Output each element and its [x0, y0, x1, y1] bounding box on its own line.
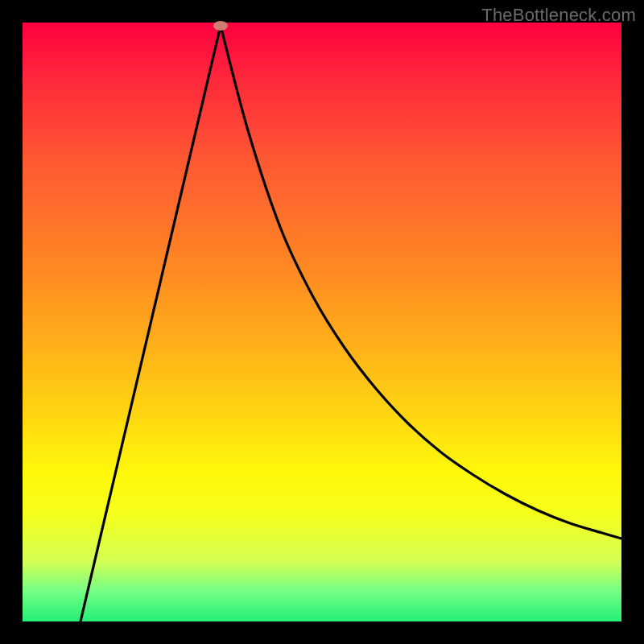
minimum-marker — [213, 21, 228, 31]
chart-area — [23, 23, 621, 621]
bottleneck-curve — [23, 23, 621, 621]
